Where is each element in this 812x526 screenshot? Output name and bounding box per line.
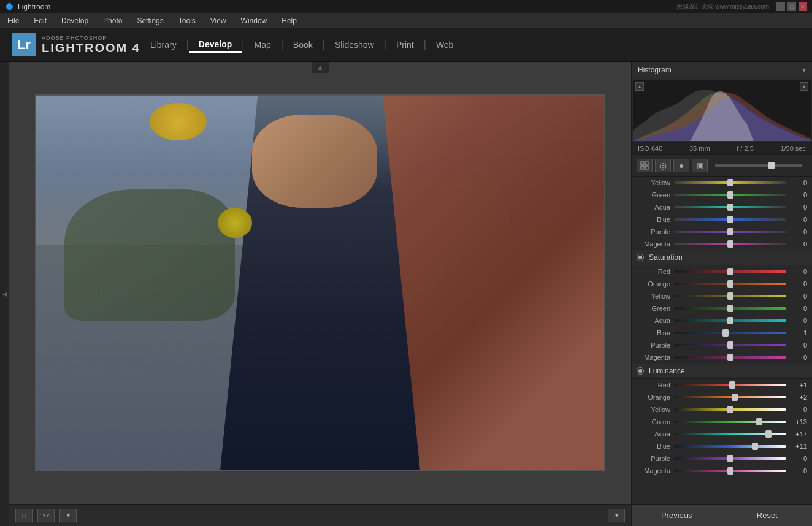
dropdown-btn[interactable]: ▾ [59,509,77,522]
hue-blue-track[interactable] [674,218,786,221]
circle-tool-btn[interactable]: ◎ [655,159,671,172]
lum-aqua-track[interactable] [674,433,786,435]
lum-green-row: Green +13 [632,416,812,428]
menu-settings[interactable]: Settings [134,15,166,26]
top-center-arrow[interactable]: ▲ [312,62,329,73]
luminance-toggle[interactable] [637,367,644,375]
sat-yellow-row: Yellow 0 [632,290,812,302]
menu-help[interactable]: Help [279,15,299,26]
sat-magenta-track[interactable] [674,356,786,359]
iso-info: ISO 640 [638,145,662,152]
sat-green-thumb[interactable] [727,305,733,312]
hue-purple-track[interactable] [674,231,786,233]
left-panel-toggle[interactable]: ◀ [0,62,9,526]
hue-magenta-thumb[interactable] [727,240,733,248]
view-mode-btn[interactable]: □ [15,509,33,522]
menu-develop[interactable]: Develop [59,15,91,26]
sat-blue-value: -1 [790,329,807,337]
lum-orange-track[interactable] [674,396,786,398]
sat-orange-thumb[interactable] [727,280,733,288]
titlebar-controls[interactable]: ─ □ ✕ [776,2,807,11]
lum-green-thumb[interactable] [756,418,762,425]
menu-window[interactable]: Window [239,15,270,26]
lum-red-row: Red +1 [632,379,812,391]
tool-slider[interactable] [715,164,802,167]
hue-purple-thumb[interactable] [727,228,733,235]
close-btn[interactable]: ✕ [799,2,807,11]
square-tool-btn[interactable]: ▣ [692,159,708,172]
lum-magenta-thumb[interactable] [727,467,733,475]
tool-slider-thumb[interactable] [768,162,775,169]
hue-magenta-row: Magenta 0 [632,238,812,250]
lum-yellow-track[interactable] [674,408,786,411]
hue-green-thumb[interactable] [727,191,733,199]
lum-orange-thumb[interactable] [732,394,738,401]
lum-yellow-thumb[interactable] [727,406,733,413]
menu-photo[interactable]: Photo [101,15,124,26]
lum-red-thumb[interactable] [729,381,735,389]
nav-library[interactable]: Library [140,37,186,52]
lum-red-track[interactable] [674,384,786,386]
lum-aqua-thumb[interactable] [765,430,772,438]
sat-blue-thumb[interactable] [722,329,729,337]
lum-magenta-track[interactable] [674,470,786,472]
histogram-expand-icon[interactable]: ▾ [802,66,806,74]
reset-button[interactable]: Reset [722,505,813,526]
lum-blue-thumb[interactable] [752,443,758,450]
flag-btn[interactable]: YY [37,509,55,522]
shadow-clip-btn[interactable]: ▲ [635,82,644,91]
sat-green-track[interactable] [674,307,786,310]
hue-yellow-track[interactable] [674,181,786,184]
hue-aqua-track[interactable] [674,206,786,208]
sat-blue-track[interactable] [674,332,786,334]
luminance-header[interactable]: Luminance [632,364,812,379]
lum-blue-track[interactable] [674,445,786,448]
svg-rect-1 [645,162,648,165]
logo-subtitle: ADOBE PHOTOSHOP [42,35,140,41]
sat-aqua-track[interactable] [674,319,786,322]
maximize-btn[interactable]: □ [787,2,796,11]
nav-slideshow[interactable]: Slideshow [325,37,384,52]
nav-web[interactable]: Web [426,37,464,52]
sat-purple-thumb[interactable] [727,341,733,349]
sat-yellow-thumb[interactable] [727,292,733,300]
hue-aqua-thumb[interactable] [727,204,733,211]
highlight-clip-btn[interactable]: ▲ [800,82,808,91]
hue-yellow-thumb[interactable] [727,179,733,186]
nav-develop[interactable]: Develop [189,37,242,53]
nav-map[interactable]: Map [244,37,280,52]
menu-view[interactable]: View [208,15,229,26]
dot-tool-btn[interactable]: ● [673,159,689,172]
hue-blue-thumb[interactable] [727,216,733,223]
previous-button[interactable]: Previous [632,505,722,526]
sat-yellow-track[interactable] [674,295,786,297]
menu-file[interactable]: File [5,15,21,26]
saturation-header[interactable]: Saturation [632,250,812,265]
lum-blue-label: Blue [637,443,670,450]
nav-print[interactable]: Print [386,37,424,52]
grid-tool-btn[interactable] [637,159,653,172]
hue-magenta-track[interactable] [674,243,786,245]
panel-scroll[interactable]: Yellow 0 Green 0 Aqua [632,177,812,504]
menu-tools[interactable]: Tools [176,15,198,26]
sat-orange-track[interactable] [674,283,786,285]
lum-purple-track[interactable] [674,457,786,460]
photo-container [9,62,631,504]
menu-edit[interactable]: Edit [31,15,49,26]
sat-purple-track[interactable] [674,344,786,346]
lum-aqua-value: +17 [790,430,807,438]
lum-purple-thumb[interactable] [727,455,733,462]
sat-aqua-thumb[interactable] [727,317,733,324]
sat-red-track[interactable] [674,270,786,273]
logo-lr: Lr [12,33,36,56]
saturation-toggle[interactable] [637,254,644,261]
lum-red-value: +1 [790,381,807,389]
hue-green-track[interactable] [674,194,786,196]
sat-magenta-thumb[interactable] [727,354,733,361]
aperture-info: f / 2.5 [737,145,754,152]
minimize-btn[interactable]: ─ [776,2,785,11]
toolbar-down-arrow[interactable]: ▾ [608,509,625,522]
lum-green-track[interactable] [674,421,786,423]
sat-red-thumb[interactable] [727,268,733,275]
nav-book[interactable]: Book [283,37,323,52]
